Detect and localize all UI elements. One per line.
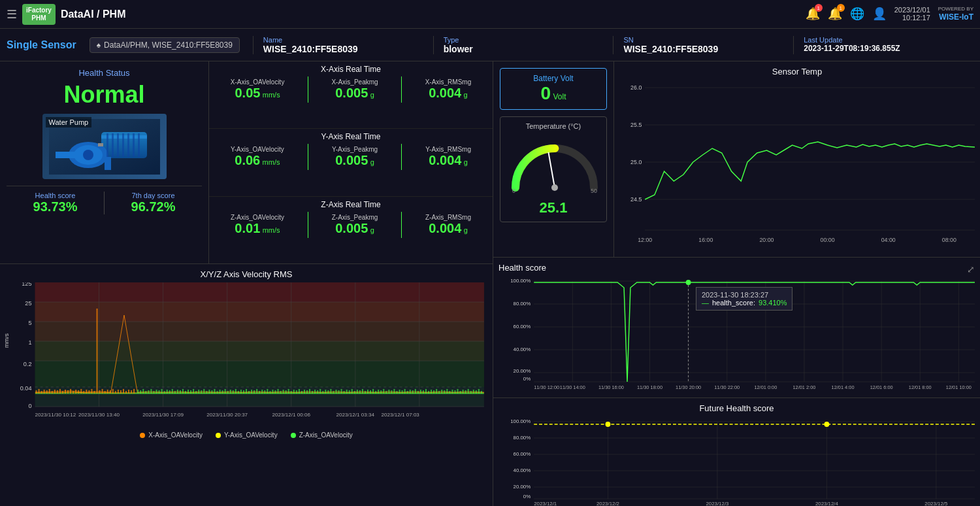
svg-rect-75 xyxy=(120,390,122,394)
breadcrumb[interactable]: ♠ DataAI/PHM, WISE_2410:FF5E8039 xyxy=(90,37,240,53)
svg-rect-58 xyxy=(75,390,76,394)
svg-rect-85 xyxy=(148,390,149,394)
svg-rect-121 xyxy=(243,390,244,394)
svg-rect-151 xyxy=(322,391,323,394)
svg-rect-17 xyxy=(35,282,483,302)
svg-point-5 xyxy=(83,150,93,160)
svg-rect-160 xyxy=(346,390,348,394)
svg-rect-61 xyxy=(83,391,84,394)
svg-rect-149 xyxy=(317,390,318,394)
temperature-gauge: 0 50 xyxy=(506,135,604,194)
header-datetime: 2023/12/01 10:12:17 xyxy=(894,6,930,22)
svg-rect-97 xyxy=(180,390,181,394)
x-axis-legend-dot xyxy=(140,433,145,438)
svg-rect-59 xyxy=(78,390,79,394)
svg-rect-168 xyxy=(367,390,368,394)
svg-text:26.0: 26.0 xyxy=(630,84,642,91)
svg-rect-142 xyxy=(299,389,300,394)
svg-text:2023/11/30 20:37: 2023/11/30 20:37 xyxy=(206,412,248,418)
svg-rect-134 xyxy=(278,389,279,394)
svg-rect-207 xyxy=(470,391,472,394)
svg-rect-63 xyxy=(88,390,90,394)
svg-rect-54 xyxy=(65,390,66,394)
svg-rect-135 xyxy=(280,391,282,394)
z-axis-metrics: Z-Axis_OAVelocity 0.01 mm/s Z-Axis_Peakm… xyxy=(219,212,483,238)
z-axis-velocity: Z-Axis_OAVelocity 0.01 mm/s xyxy=(231,214,284,236)
svg-rect-120 xyxy=(240,390,242,394)
z-axis-peak: Z-Axis_Peakmg 0.005 g xyxy=(332,214,378,236)
svg-text:20.00%: 20.00% xyxy=(514,484,531,490)
page-title: DataAI / PHM xyxy=(61,8,806,20)
legend-y-axis: Y-Axis_OAVelocity xyxy=(216,431,278,439)
svg-rect-51 xyxy=(57,390,58,394)
svg-rect-102 xyxy=(193,389,194,394)
svg-rect-115 xyxy=(227,391,229,394)
alert-bell-icon[interactable]: 🔔 1 xyxy=(806,7,820,21)
user-icon[interactable]: 👤 xyxy=(872,7,887,21)
svg-text:mm/s: mm/s xyxy=(5,333,10,348)
svg-rect-71 xyxy=(110,390,111,394)
svg-text:0%: 0% xyxy=(523,494,531,499)
svg-rect-175 xyxy=(385,391,387,394)
notification-bell-icon[interactable]: 🔔 1 xyxy=(828,7,842,21)
svg-rect-91 xyxy=(164,391,165,394)
svg-text:100.00%: 100.00% xyxy=(510,278,531,284)
svg-rect-125 xyxy=(253,390,255,394)
menu-icon[interactable]: ☰ xyxy=(7,7,17,22)
svg-text:2023/12/2: 2023/12/2 xyxy=(596,501,620,506)
svg-rect-96 xyxy=(177,390,178,394)
svg-rect-211 xyxy=(481,391,482,394)
language-icon[interactable]: 🌐 xyxy=(850,7,864,21)
svg-rect-164 xyxy=(357,390,358,394)
svg-rect-188 xyxy=(420,390,421,394)
svg-rect-148 xyxy=(314,390,316,394)
svg-rect-7 xyxy=(105,157,111,170)
svg-text:16:00: 16:00 xyxy=(698,237,713,243)
svg-rect-143 xyxy=(301,391,302,394)
svg-text:5: 5 xyxy=(28,320,31,326)
svg-text:04:00: 04:00 xyxy=(881,237,896,243)
z-axis-rms: Z-Axis_RMSmg 0.004 g xyxy=(425,214,471,236)
svg-text:0: 0 xyxy=(512,188,515,194)
svg-rect-138 xyxy=(288,389,289,394)
svg-rect-98 xyxy=(182,389,184,394)
svg-rect-46 xyxy=(44,390,45,394)
svg-rect-186 xyxy=(415,389,416,394)
svg-rect-158 xyxy=(341,389,342,394)
svg-rect-93 xyxy=(169,390,171,394)
svg-rect-197 xyxy=(444,390,445,394)
svg-text:100.00%: 100.00% xyxy=(510,418,531,424)
svg-rect-99 xyxy=(185,391,186,394)
velocity-chart-svg: 125 25 5 1 0.2 0.04 0 mm/s xyxy=(5,282,487,426)
z-axis-legend-dot xyxy=(291,433,296,438)
velocity-chart-legend: X-Axis_OAVelocity Y-Axis_OAVelocity Z-Ax… xyxy=(5,431,487,439)
svg-rect-45 xyxy=(41,391,42,394)
svg-rect-55 xyxy=(67,390,69,394)
svg-rect-8 xyxy=(106,133,108,157)
svg-rect-83 xyxy=(142,389,144,394)
y-axis-panel: Y-Axis Real Time Y-Axis_OAVelocity 0.06 … xyxy=(209,129,493,196)
svg-rect-179 xyxy=(396,391,397,394)
svg-rect-65 xyxy=(93,391,95,394)
velocity-chart-title: X/Y/Z Axis Velocity RMS xyxy=(5,269,487,279)
svg-rect-95 xyxy=(174,391,176,394)
app-logo: iFactory PHM xyxy=(22,4,56,25)
svg-rect-181 xyxy=(402,390,403,394)
svg-text:11/30 16:00: 11/30 16:00 xyxy=(598,384,624,390)
right-panel: Battery Volt 0 Volt Temperature (°C) xyxy=(493,61,980,506)
svg-text:2023/11/30 10:12: 2023/11/30 10:12 xyxy=(35,412,76,418)
svg-text:125: 125 xyxy=(22,282,31,287)
svg-text:2023/12/4: 2023/12/4 xyxy=(815,501,839,506)
svg-rect-198 xyxy=(446,389,448,394)
svg-rect-100 xyxy=(188,390,189,394)
svg-rect-145 xyxy=(306,390,308,394)
expand-icon[interactable]: ⤢ xyxy=(967,264,975,275)
svg-point-220 xyxy=(551,184,558,191)
svg-rect-199 xyxy=(449,391,450,394)
health-status-value: Normal xyxy=(7,81,202,109)
svg-text:12/01 10:00: 12/01 10:00 xyxy=(946,384,972,390)
svg-rect-187 xyxy=(417,391,419,394)
svg-rect-155 xyxy=(333,391,334,394)
health-score-chart-title: Health score xyxy=(498,263,546,273)
svg-text:2023/12/1: 2023/12/1 xyxy=(534,501,557,506)
